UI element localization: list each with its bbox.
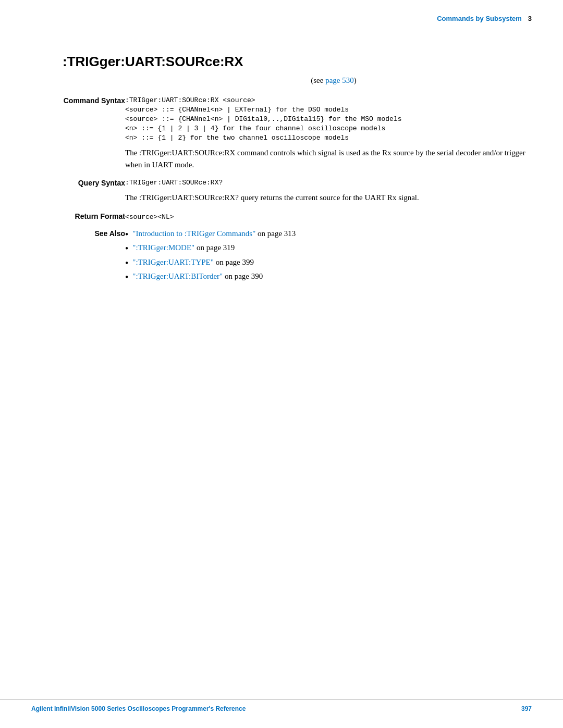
- query-syntax-label: Query Syntax: [31, 177, 125, 210]
- see-also-suffix-4: on page 390: [223, 272, 263, 280]
- content-table: Command Syntax :TRIGger:UART:SOURce:RX <…: [31, 94, 532, 289]
- command-syntax-label: Command Syntax: [31, 94, 125, 177]
- bullet-icon-2: •: [125, 243, 128, 255]
- command-syntax-line-5: <n> ::= {1 | 2} for the two channel osci…: [125, 134, 532, 142]
- return-format-value: <source><NL>: [125, 213, 174, 221]
- see-also-item-1-text: "Introduction to :TRIGger Commands" on p…: [132, 229, 296, 238]
- see-also-label: See Also: [31, 227, 125, 289]
- query-syntax-content: :TRIGger:UART:SOURce:RX? The :TRIGger:UA…: [125, 177, 532, 210]
- see-also-item-2-text: ":TRIGger:MODE" on page 319: [132, 243, 235, 252]
- see-also-item-1: • "Introduction to :TRIGger Commands" on…: [125, 229, 532, 241]
- see-also-item-4-text: ":TRIGger:UART:BITorder" on page 390: [132, 272, 263, 281]
- header-section-title: Commands by Subsystem: [437, 15, 522, 22]
- query-syntax-description: The :TRIGger:UART:SOURce:RX? query retur…: [125, 192, 532, 204]
- see-also-link-1[interactable]: "Introduction to :TRIGger Commands": [132, 229, 255, 238]
- footer-page-number: 397: [521, 705, 532, 712]
- spacer-row: [31, 223, 532, 227]
- footer-title: Agilent InfiniiVision 5000 Series Oscill…: [31, 705, 246, 712]
- see-also-content: • "Introduction to :TRIGger Commands" on…: [125, 227, 532, 289]
- see-also-suffix-1: on page 313: [255, 229, 296, 238]
- query-syntax-line: :TRIGger:UART:SOURce:RX?: [125, 179, 532, 187]
- see-also-suffix-3: on page 399: [214, 258, 254, 266]
- see-also-list: • "Introduction to :TRIGger Commands" on…: [125, 229, 532, 283]
- command-syntax-row: Command Syntax :TRIGger:UART:SOURce:RX <…: [31, 94, 532, 177]
- command-syntax-description: The :TRIGger:UART:SOURce:RX command cont…: [125, 147, 532, 170]
- section-title: :TRIGger:UART:SOURce:RX: [31, 54, 532, 70]
- command-syntax-block: :TRIGger:UART:SOURce:RX <source> <source…: [125, 96, 532, 142]
- see-also-item-4: • ":TRIGger:UART:BITorder" on page 390: [125, 272, 532, 283]
- see-page-link[interactable]: page 530: [325, 76, 354, 84]
- header-page-number: 3: [528, 15, 532, 22]
- bullet-icon-3: •: [125, 258, 128, 269]
- command-syntax-line-3: <source> ::= {CHANnel<n> | DIGital0,..,D…: [125, 115, 532, 123]
- command-syntax-line-4: <n> ::= {1 | 2 | 3 | 4} for the four cha…: [125, 125, 532, 132]
- return-format-label: Return Format: [31, 210, 125, 223]
- page: Commands by Subsystem 3 :TRIGger:UART:SO…: [0, 0, 563, 728]
- see-also-link-2[interactable]: ":TRIGger:MODE": [132, 243, 194, 252]
- see-page-reference: (see page 530): [31, 76, 532, 85]
- query-syntax-block: :TRIGger:UART:SOURce:RX?: [125, 179, 532, 187]
- see-also-suffix-2: on page 319: [194, 243, 235, 252]
- query-syntax-row: Query Syntax :TRIGger:UART:SOURce:RX? Th…: [31, 177, 532, 210]
- main-content: :TRIGger:UART:SOURce:RX (see page 530) C…: [0, 28, 563, 320]
- see-also-item-2: • ":TRIGger:MODE" on page 319: [125, 243, 532, 255]
- return-format-row: Return Format <source><NL>: [31, 210, 532, 223]
- return-format-content: <source><NL>: [125, 210, 532, 223]
- bullet-icon-1: •: [125, 229, 128, 241]
- page-header: Commands by Subsystem 3: [0, 0, 563, 28]
- bullet-icon-4: •: [125, 272, 128, 283]
- page-footer: Agilent InfiniiVision 5000 Series Oscill…: [0, 699, 563, 712]
- command-syntax-content: :TRIGger:UART:SOURce:RX <source> <source…: [125, 94, 532, 177]
- see-also-link-4[interactable]: ":TRIGger:UART:BITorder": [132, 272, 223, 280]
- see-also-row: See Also • "Introduction to :TRIGger Com…: [31, 227, 532, 289]
- see-also-item-3-text: ":TRIGger:UART:TYPE" on page 399: [132, 258, 254, 267]
- see-also-link-3[interactable]: ":TRIGger:UART:TYPE": [132, 258, 214, 266]
- command-syntax-line-1: :TRIGger:UART:SOURce:RX <source>: [125, 96, 532, 104]
- command-syntax-line-2: <source> ::= {CHANnel<n> | EXTernal} for…: [125, 106, 532, 114]
- see-also-item-3: • ":TRIGger:UART:TYPE" on page 399: [125, 258, 532, 269]
